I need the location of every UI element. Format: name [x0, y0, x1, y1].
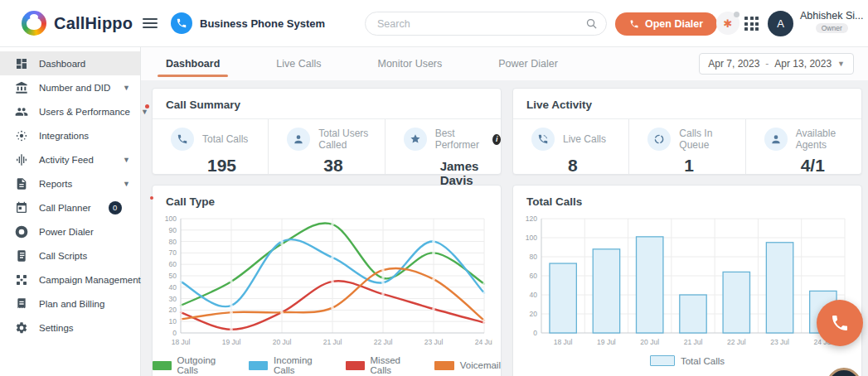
date-start: Apr 7, 2023: [708, 58, 759, 70]
open-dialer-label: Open Dialer: [645, 18, 703, 30]
bank-icon: [15, 81, 28, 94]
bar-19-jul[interactable]: [593, 249, 619, 333]
sidebar-item-number-and-did[interactable]: Number and DID▼: [0, 75, 140, 99]
svg-text:100: 100: [165, 215, 177, 223]
sidebar-item-label: Plan and Billing: [39, 299, 104, 309]
svg-text:24 Jul: 24 Jul: [475, 338, 492, 346]
menu-toggle-icon[interactable]: [143, 18, 158, 28]
tab-live-calls[interactable]: Live Calls: [272, 47, 325, 80]
top-header: CallHippo Business Phone System Open Dia…: [0, 0, 868, 47]
open-dialer-button[interactable]: Open Dialer: [615, 12, 717, 36]
sidebar-item-activity-feed[interactable]: Activity Feed▼: [0, 147, 140, 171]
product-switcher[interactable]: Business Phone System: [171, 12, 325, 34]
stat-label: Available Agents: [796, 128, 861, 151]
profile-menu[interactable]: A Abhishek Si... Owner ▼: [768, 10, 868, 36]
tab-monitor-users[interactable]: Monitor Users: [373, 47, 446, 80]
dashboard-icon: [15, 57, 28, 70]
sidebar-item-reports[interactable]: Reports▼: [0, 171, 140, 195]
svg-text:0: 0: [172, 329, 177, 337]
call-type-line-chart: 010203040506070809010018 Jul19 Jul20 Jul…: [158, 212, 492, 349]
bar-18-jul[interactable]: [550, 263, 576, 333]
sidebar-item-call-planner[interactable]: Call Planner0: [0, 195, 140, 219]
bar-23-jul[interactable]: [766, 243, 793, 333]
info-icon[interactable]: i: [492, 134, 501, 145]
legend-item-total-calls[interactable]: Total Calls: [650, 355, 725, 366]
bar-21-jul[interactable]: [680, 295, 706, 333]
billing-icon: [15, 297, 28, 311]
campaign-icon: [15, 273, 28, 287]
report-icon: [15, 177, 28, 190]
sidebar-item-users-performance[interactable]: Users & Performance▼: [0, 99, 140, 123]
bar-20-jul[interactable]: [637, 237, 663, 333]
total-calls-legend: Total Calls: [513, 353, 861, 373]
bar-22-jul[interactable]: [723, 272, 749, 333]
tab-power-dialer[interactable]: Power Dialer: [494, 47, 562, 80]
search-icon[interactable]: [585, 17, 598, 30]
card-title: Live Activity: [526, 99, 592, 111]
legend-item-incoming-calls[interactable]: Incoming Calls: [249, 355, 332, 375]
sidebar-item-campaign-management[interactable]: Campaign Management: [0, 268, 140, 292]
svg-text:120: 120: [526, 215, 537, 223]
dashboard-content: Call Summary Total Calls195Total Users C…: [141, 80, 868, 376]
svg-text:90: 90: [169, 226, 177, 234]
chevron-down-icon: ▼: [141, 108, 148, 116]
apps-grid-icon[interactable]: [744, 17, 759, 31]
live-activity-stats: Live Calls8Calls In Queue1Available Agen…: [513, 119, 861, 174]
svg-text:22 Jul: 22 Jul: [727, 338, 746, 346]
floating-dialer-button[interactable]: [817, 300, 863, 346]
avatar: A: [768, 11, 793, 36]
search-input[interactable]: [365, 12, 607, 36]
sidebar-item-plan-and-billing[interactable]: Plan and Billing: [0, 292, 140, 316]
sidebar-item-label: Power Dialer: [39, 227, 94, 237]
sidebar-item-label: Number and DID: [39, 83, 110, 93]
main-area: DashboardLive CallsMonitor UsersPower Di…: [141, 47, 868, 376]
svg-text:60: 60: [169, 260, 177, 268]
legend-item-missed-calls[interactable]: Missed Calls: [346, 355, 421, 375]
search-bar: [365, 12, 607, 36]
script-icon: [15, 249, 28, 263]
stat-label: Best Performer: [435, 128, 485, 151]
star-icon: [404, 128, 427, 151]
stat-label: Total Calls: [202, 133, 248, 145]
date-range-picker[interactable]: Apr 7, 2023 - Apr 13, 2023 ▼: [699, 53, 854, 75]
legend-item-outgoing-calls[interactable]: Outgoing Calls: [153, 355, 235, 375]
user-role-badge: Owner: [816, 23, 848, 33]
svg-text:23 Jul: 23 Jul: [424, 338, 444, 346]
svg-text:19 Jul: 19 Jul: [597, 338, 616, 346]
stat-value: 1: [684, 156, 744, 176]
stat-value: 4/1: [801, 156, 861, 176]
sidebar-item-settings[interactable]: Settings: [0, 316, 140, 340]
stat-calls-in-queue: Calls In Queue1: [628, 119, 744, 174]
calendar-icon: [15, 201, 28, 215]
svg-text:80: 80: [530, 253, 538, 261]
phone-icon: [830, 313, 850, 333]
svg-text:21 Jul: 21 Jul: [684, 338, 703, 346]
sidebar-item-call-scripts[interactable]: Call Scripts: [0, 243, 140, 268]
brand[interactable]: CallHippo: [0, 11, 141, 36]
sidebar-item-dashboard[interactable]: Dashboard: [0, 51, 140, 75]
call-summary-stats: Total Calls195Total Users Called38Best P…: [153, 119, 501, 174]
svg-text:23 Jul: 23 Jul: [770, 338, 789, 346]
date-separator: -: [765, 58, 769, 70]
svg-text:20: 20: [169, 306, 177, 314]
sidebar-item-integrations[interactable]: Integrations: [0, 123, 140, 147]
svg-text:20 Jul: 20 Jul: [640, 338, 659, 346]
legend-swatch: [650, 355, 675, 366]
tab-dashboard[interactable]: Dashboard: [162, 47, 224, 80]
svg-text:50: 50: [169, 272, 177, 280]
sidebar-item-power-dialer[interactable]: Power Dialer: [0, 219, 140, 243]
live-activity-card: Live Activity Live Calls8Calls In Queue1…: [512, 88, 862, 175]
phone-system-icon: [171, 12, 192, 34]
stat-label: Live Calls: [563, 133, 606, 145]
svg-text:30: 30: [169, 295, 177, 303]
notifications-button[interactable]: ✱: [716, 12, 739, 35]
phone-icon: [629, 19, 639, 29]
person-icon: [287, 128, 310, 151]
stat-total-calls: Total Calls195: [153, 119, 268, 174]
sidebar-item-label: Activity Feed: [39, 155, 94, 165]
stat-label: Total Users Called: [318, 128, 384, 151]
legend-item-voicemail[interactable]: Voicemail: [434, 360, 501, 370]
svg-text:40: 40: [169, 283, 177, 292]
chevron-down-icon: ▼: [837, 60, 845, 68]
svg-text:18 Jul: 18 Jul: [172, 338, 191, 346]
